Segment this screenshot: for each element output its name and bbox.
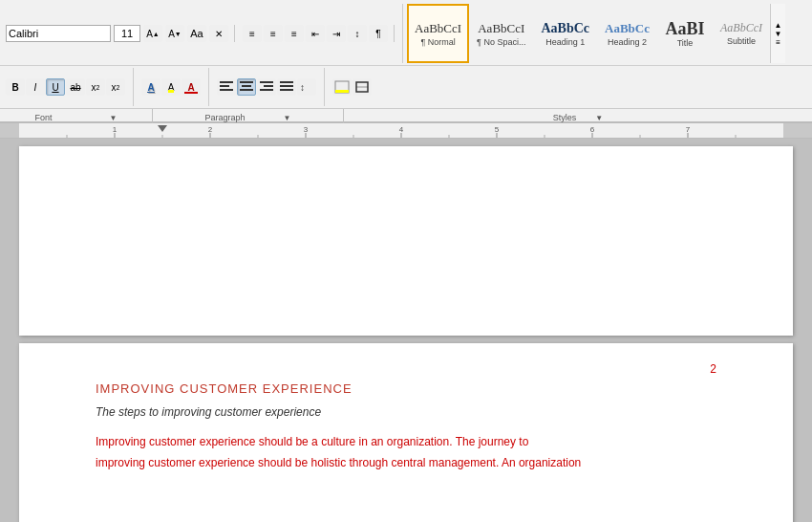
- strikethrough-button[interactable]: ab: [66, 78, 85, 96]
- font-name-input[interactable]: [6, 25, 111, 42]
- svg-rect-2: [220, 89, 233, 91]
- justify-button[interactable]: [277, 78, 296, 96]
- font-color-button[interactable]: A: [182, 78, 201, 96]
- svg-rect-9: [280, 81, 293, 83]
- svg-rect-6: [260, 81, 273, 83]
- style-subtitle-preview: AaBbCcI: [720, 21, 762, 35]
- document-subheading: The steps to improving customer experien…: [96, 405, 716, 419]
- svg-text:4: 4: [399, 125, 404, 134]
- align-center-button[interactable]: [237, 78, 256, 96]
- style-subtitle[interactable]: AaBbCcI Subtitle: [713, 4, 770, 63]
- divider3: [324, 68, 325, 106]
- svg-text:2: 2: [208, 125, 213, 134]
- svg-marker-41: [158, 125, 167, 132]
- svg-text:1: 1: [113, 125, 118, 134]
- ribbon: A▲ A▼ Aa ✕ ≡ ≡ ≡ ⇤ ⇥ ↕ ¶ AaBbCcI ¶ Norma…: [0, 0, 812, 123]
- font-size-input[interactable]: [114, 25, 140, 42]
- svg-rect-5: [240, 89, 253, 91]
- clear-format-button[interactable]: ✕: [209, 25, 228, 42]
- svg-rect-0: [220, 81, 233, 83]
- styles-scroll[interactable]: ▲ ▼ ≡: [770, 4, 785, 63]
- shading-border-group: [332, 78, 372, 96]
- grow-font-button[interactable]: A▲: [143, 25, 162, 42]
- svg-text:↕: ↕: [300, 82, 305, 93]
- svg-text:5: 5: [495, 125, 500, 134]
- styles-group: AaBbCcI ¶ Normal AaBbCcI ¶ No Spaci... A…: [402, 4, 785, 63]
- change-case-button[interactable]: Aa: [187, 25, 206, 42]
- subscript-button[interactable]: x2: [86, 78, 105, 96]
- svg-rect-18: [783, 123, 812, 139]
- paragraph-group: ≡ ≡ ≡ ⇤ ⇥ ↕ ¶: [243, 25, 395, 42]
- document-area: 2 IMPROVING CUSTOMER EXPERIENCE The step…: [0, 139, 812, 522]
- ribbon-row2: B I U ab x2 x2 A A A: [0, 66, 812, 121]
- style-subtitle-label: Subtitle: [727, 36, 756, 46]
- ruler: 1 2 3 4 5 6 7: [0, 123, 812, 139]
- svg-text:7: 7: [686, 125, 691, 134]
- document-heading: IMPROVING CUSTOMER EXPERIENCE: [96, 381, 716, 396]
- svg-rect-11: [280, 89, 293, 91]
- shading-button[interactable]: [332, 78, 352, 96]
- ribbon-row1: A▲ A▼ Aa ✕ ≡ ≡ ≡ ⇤ ⇥ ↕ ¶ AaBbCcI ¶ Norma…: [0, 0, 812, 66]
- style-normal-label: ¶ Normal: [420, 37, 455, 47]
- bold-button[interactable]: B: [6, 78, 25, 96]
- svg-rect-4: [242, 85, 251, 87]
- text-effects-button[interactable]: A: [141, 78, 160, 96]
- page-2: 2 IMPROVING CUSTOMER EXPERIENCE The step…: [19, 343, 793, 522]
- decrease-indent-button[interactable]: ⇤: [306, 25, 325, 42]
- style-title-preview: AaBI: [665, 20, 704, 37]
- svg-rect-14: [335, 90, 349, 93]
- style-normal-preview: AaBbCcI: [415, 21, 461, 36]
- line-spacing-button[interactable]: ↕: [297, 78, 316, 96]
- bullets-button[interactable]: ≡: [243, 25, 262, 42]
- svg-rect-10: [280, 85, 293, 87]
- divider1: [133, 68, 134, 106]
- style-heading1-preview: AaBbCc: [541, 21, 589, 36]
- svg-text:6: 6: [590, 125, 595, 134]
- style-heading1-label: Heading 1: [545, 37, 585, 47]
- style-no-spacing-label: ¶ No Spaci...: [477, 37, 525, 47]
- page-1: [19, 146, 793, 336]
- style-no-spacing[interactable]: AaBbCcI ¶ No Spaci...: [469, 4, 533, 63]
- svg-rect-17: [0, 123, 19, 139]
- svg-rect-1: [220, 85, 229, 87]
- ruler-svg: 1 2 3 4 5 6 7: [0, 123, 812, 139]
- alignment-group: ↕: [217, 78, 316, 96]
- style-heading2-preview: AaBbCc: [605, 21, 650, 36]
- sort-button[interactable]: ↕: [348, 25, 367, 42]
- font-format-group: B I U ab x2 x2: [6, 78, 125, 96]
- font-group: A▲ A▼ Aa ✕: [6, 25, 235, 42]
- style-normal[interactable]: AaBbCcI ¶ Normal: [407, 4, 469, 63]
- text-style-group: A A A: [141, 78, 201, 96]
- underline-button[interactable]: U: [46, 78, 65, 96]
- page-number: 2: [710, 362, 716, 376]
- border-button[interactable]: [353, 78, 372, 96]
- increase-indent-button[interactable]: ⇥: [327, 25, 346, 42]
- svg-rect-7: [264, 85, 273, 87]
- style-heading1[interactable]: AaBbCc Heading 1: [533, 4, 597, 63]
- align-left-button[interactable]: [217, 78, 236, 96]
- italic-button[interactable]: I: [26, 78, 45, 96]
- style-title-label: Title: [677, 38, 694, 48]
- svg-rect-8: [260, 89, 273, 91]
- document-body-line1: Improving customer experience should be …: [96, 432, 716, 453]
- shrink-font-button[interactable]: A▼: [165, 25, 184, 42]
- superscript-button[interactable]: x2: [106, 78, 125, 96]
- show-hide-button[interactable]: ¶: [369, 25, 388, 42]
- highlight-color-button[interactable]: A: [161, 78, 181, 96]
- style-heading2-label: Heading 2: [608, 37, 647, 47]
- style-heading2[interactable]: AaBbCc Heading 2: [597, 4, 657, 63]
- divider2: [208, 68, 209, 106]
- style-title[interactable]: AaBI Title: [657, 4, 713, 63]
- style-no-spacing-preview: AaBbCcI: [478, 21, 524, 36]
- multilevel-list-button[interactable]: ≡: [285, 25, 304, 42]
- align-right-button[interactable]: [257, 78, 276, 96]
- numbering-button[interactable]: ≡: [264, 25, 283, 42]
- document-body-line2: improving customer experience should be …: [96, 453, 716, 474]
- svg-text:3: 3: [304, 125, 309, 134]
- svg-rect-3: [240, 81, 253, 83]
